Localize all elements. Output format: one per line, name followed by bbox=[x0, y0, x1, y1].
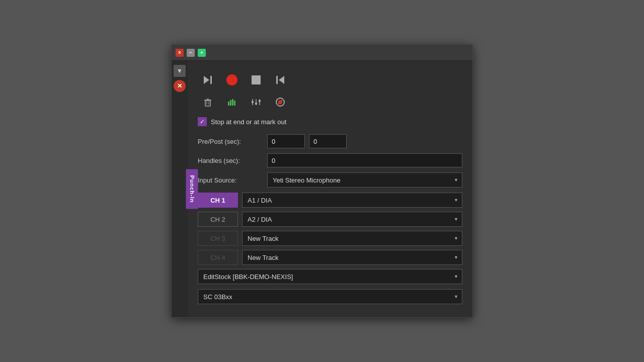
svg-rect-4 bbox=[205, 101, 210, 106]
handles-row: Handles (sec): bbox=[198, 153, 462, 167]
fader-button[interactable] bbox=[246, 93, 266, 111]
input-source-dropdown-wrapper: Yeti Stereo Microphone Built-in Micropho… bbox=[267, 172, 462, 188]
no-record-icon bbox=[275, 97, 286, 108]
ch1-button[interactable]: CH 1 bbox=[198, 193, 238, 208]
channel-2-row: CH 2 A1 / DIA A2 / DIA New Track bbox=[198, 212, 462, 227]
sc-dropdown[interactable]: SC 03Bxx bbox=[198, 289, 462, 304]
svg-rect-14 bbox=[252, 101, 254, 103]
record-icon bbox=[226, 74, 237, 85]
ch2-dropdown[interactable]: A1 / DIA A2 / DIA New Track bbox=[242, 212, 462, 227]
punch-in-tab[interactable]: Punch-In bbox=[186, 169, 198, 209]
fader-icon bbox=[251, 97, 262, 108]
ch1-dropdown-wrapper: A1 / DIA A2 / DIA New Track bbox=[242, 193, 462, 208]
svg-line-21 bbox=[277, 99, 283, 105]
ch4-dropdown-wrapper: A1 / DIA A2 / DIA New Track bbox=[242, 250, 462, 265]
svg-marker-0 bbox=[204, 76, 209, 84]
post-value-input[interactable] bbox=[309, 134, 347, 148]
channel-1-row: CH 1 A1 / DIA A2 / DIA New Track bbox=[198, 193, 462, 208]
stop-at-end-label: Stop at end or at mark out bbox=[211, 118, 286, 126]
input-source-row: Input Source: Yeti Stereo Microphone Bui… bbox=[198, 172, 462, 188]
svg-rect-18 bbox=[259, 100, 261, 102]
ch3-button[interactable]: CH 3 bbox=[198, 231, 238, 246]
stop-at-end-row: ✓ Stop at end or at mark out bbox=[198, 117, 462, 126]
main-content: ◀ bbox=[188, 61, 472, 317]
cancel-record-button[interactable] bbox=[270, 93, 290, 111]
main-window: × − + ▼ ✕ Punch-In ◀ bbox=[171, 44, 473, 318]
channel-4-row: CH 4 A1 / DIA A2 / DIA New Track bbox=[198, 250, 462, 265]
meter-icon bbox=[226, 97, 237, 108]
handles-value-input[interactable] bbox=[267, 153, 462, 167]
ch4-dropdown[interactable]: A1 / DIA A2 / DIA New Track bbox=[242, 250, 462, 265]
svg-rect-16 bbox=[255, 103, 257, 105]
minimize-button[interactable]: − bbox=[187, 49, 195, 57]
svg-rect-10 bbox=[230, 100, 231, 106]
svg-marker-3 bbox=[279, 76, 284, 84]
editstock-dropdown-wrapper: EditStock [BBK-DEMO-NEXIS] bbox=[198, 269, 462, 284]
record-button[interactable] bbox=[222, 71, 242, 89]
ch1-dropdown[interactable]: A1 / DIA A2 / DIA New Track bbox=[242, 193, 462, 208]
toolbar-row-1 bbox=[198, 71, 462, 89]
window-body: ▼ ✕ Punch-In ◀ bbox=[172, 61, 472, 317]
handles-label: Handles (sec): bbox=[198, 157, 263, 164]
sc-row: SC 03Bxx bbox=[198, 289, 462, 304]
stop-icon bbox=[252, 75, 261, 84]
channel-3-row: CH 3 A1 / DIA A2 / DIA New Track bbox=[198, 231, 462, 246]
editstock-row: EditStock [BBK-DEMO-NEXIS] bbox=[198, 269, 462, 284]
maximize-button[interactable]: + bbox=[198, 49, 206, 57]
ch3-dropdown-wrapper: A1 / DIA A2 / DIA New Track bbox=[242, 231, 462, 246]
sc-dropdown-wrapper: SC 03Bxx bbox=[198, 289, 462, 304]
trash-icon bbox=[202, 97, 213, 108]
input-source-dropdown[interactable]: Yeti Stereo Microphone Built-in Micropho… bbox=[267, 172, 462, 188]
sidebar: ▼ ✕ Punch-In bbox=[172, 61, 188, 317]
pre-post-label: Pre/Post (sec): bbox=[198, 138, 263, 145]
play-to-end-button[interactable] bbox=[198, 71, 218, 89]
input-source-label: Input Source: bbox=[198, 176, 263, 184]
ch2-dropdown-wrapper: A1 / DIA A2 / DIA New Track bbox=[242, 212, 462, 227]
toolbar-row-2 bbox=[198, 93, 462, 111]
meter-button[interactable] bbox=[222, 93, 242, 111]
svg-rect-2 bbox=[276, 76, 278, 84]
sidebar-down-icon[interactable]: ▼ bbox=[174, 65, 186, 77]
play-to-end-icon bbox=[202, 74, 213, 85]
titlebar: × − + bbox=[172, 45, 472, 61]
rewind-button[interactable] bbox=[270, 71, 290, 89]
close-button[interactable]: × bbox=[176, 49, 184, 57]
pre-value-input[interactable] bbox=[267, 134, 305, 148]
ch2-button[interactable]: CH 2 bbox=[198, 212, 238, 227]
ch4-button[interactable]: CH 4 bbox=[198, 250, 238, 265]
stop-at-end-checkbox[interactable]: ✓ bbox=[198, 117, 207, 126]
pre-post-row: Pre/Post (sec): bbox=[198, 134, 462, 148]
ch3-dropdown[interactable]: A1 / DIA A2 / DIA New Track bbox=[242, 231, 462, 246]
stop-button[interactable] bbox=[246, 71, 266, 89]
svg-rect-1 bbox=[210, 76, 212, 84]
sidebar-close-icon[interactable]: ✕ bbox=[174, 80, 186, 92]
trash-button[interactable] bbox=[198, 93, 218, 111]
editstock-dropdown[interactable]: EditStock [BBK-DEMO-NEXIS] bbox=[198, 269, 462, 284]
svg-rect-9 bbox=[228, 102, 229, 106]
rewind-icon bbox=[275, 74, 286, 85]
svg-rect-11 bbox=[232, 99, 233, 106]
svg-rect-12 bbox=[234, 101, 235, 106]
